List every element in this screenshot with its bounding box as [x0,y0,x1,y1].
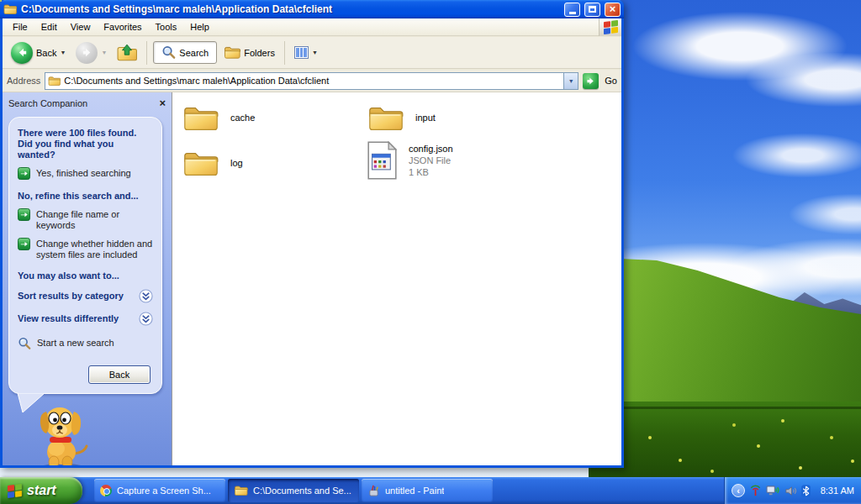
task-capture-screen[interactable]: Capture a Screen Sh... [94,479,225,502]
file-list-pane[interactable]: cache input log config.json JSON File 1 … [172,92,621,465]
back-dropdown-icon[interactable]: ▼ [60,50,66,55]
file-name: input [415,113,436,123]
task-explorer-active[interactable]: C:\Documents and Se... [228,479,359,502]
folder-icon [182,102,219,133]
close-button[interactable]: × [605,3,621,17]
menu-file[interactable]: File [6,19,34,34]
toolbar: Back ▼ ▼ Search Folders ▼ [3,37,621,69]
wireless-network-icon[interactable] [766,485,780,497]
search-companion-pane: Search Companion × There were 100 files … [3,92,172,465]
up-button[interactable] [114,42,140,64]
address-input[interactable] [64,76,560,86]
chevron-double-down-icon [139,312,153,326]
paint-icon [367,485,380,497]
screen: C:\Documents and Settings\marc maleh\App… [0,0,861,504]
back-button-label: Back [36,48,56,58]
menu-bar: File Edit View Favorites Tools Help [3,18,621,36]
go-arrow-icon [585,76,596,87]
file-tile-cache[interactable]: cache [182,102,255,133]
search-companion-title: Search Companion [8,98,87,108]
minimize-icon [569,12,576,14]
search-button[interactable]: Search [153,41,217,64]
task-paint[interactable]: untitled - Paint [362,479,493,502]
link-change-hidden[interactable]: Change whether hidden and system files a… [18,239,153,260]
folder-open-icon [3,3,17,15]
folder-open-icon [234,485,248,496]
task-buttons: Capture a Screen Sh... C:\Documents and … [94,479,493,502]
address-box[interactable]: ▼ [45,72,578,90]
views-icon [294,46,309,59]
search-back-button[interactable]: Back [88,365,151,384]
antenna-icon[interactable] [749,485,762,497]
file-tile-log[interactable]: log [182,148,243,178]
view-results-label: View results differently [18,313,134,324]
views-button[interactable]: ▼ [291,45,321,60]
window-content: Search Companion × There were 100 files … [3,92,621,465]
clock: 8:31 AM [821,486,854,496]
views-dropdown-icon[interactable]: ▼ [312,50,318,55]
file-tile-config-json[interactable]: config.json JSON File 1 KB [367,141,453,180]
back-button[interactable]: Back ▼ [8,40,69,66]
green-arrow-icon [18,167,30,180]
minimize-button[interactable] [564,3,580,17]
task-label: untitled - Paint [385,486,444,496]
folder-icon [48,76,61,87]
menu-favorites[interactable]: Favorites [97,19,148,34]
start-new-search-label: Start a new search [37,338,114,349]
go-button[interactable] [583,73,599,89]
link-change-name[interactable]: Change file name or keywords [18,209,153,231]
start-button[interactable]: start [0,477,82,504]
also-heading: You may also want to... [18,270,153,281]
task-label: C:\Documents and Se... [253,486,351,496]
address-bar: Address ▼ Go [3,70,621,92]
close-icon: × [610,3,616,14]
chevron-down-icon: ▼ [568,78,574,84]
maximize-button[interactable] [584,3,600,17]
forward-dropdown-icon: ▼ [101,50,107,55]
address-dropdown-button[interactable]: ▼ [563,73,578,89]
chevron-double-down-icon [139,289,153,303]
folder-icon [182,148,219,178]
collapse-chevron-icon[interactable]: ‹ [732,484,745,497]
sort-results-expander[interactable]: Sort results by category [18,289,153,303]
folders-button-label: Folders [244,48,275,58]
menu-edit[interactable]: Edit [34,19,64,34]
volume-icon[interactable] [784,485,797,497]
address-label: Address [7,76,40,86]
title-bar[interactable]: C:\Documents and Settings\marc maleh\App… [0,0,624,18]
view-results-expander[interactable]: View results differently [18,312,153,326]
bluetooth-icon[interactable] [801,485,811,497]
wallpaper-hill [589,252,861,420]
rover-dog-mascot[interactable] [28,402,93,465]
window-title: C:\Documents and Settings\marc maleh\App… [21,3,560,15]
start-new-search-link[interactable]: Start a new search [18,338,153,350]
menu-tools[interactable]: Tools [149,19,184,34]
results-heading: There were 100 files found. Did you find… [18,128,153,160]
explorer-window: C:\Documents and Settings\marc maleh\App… [0,0,624,468]
file-tile-input[interactable]: input [367,102,436,133]
menu-view[interactable]: View [64,19,98,34]
file-size: 1 KB [409,167,429,177]
wallpaper-path [589,407,861,409]
link-yes-finished-label: Yes, finished searching [36,168,131,179]
json-file-icon [367,141,398,180]
search-companion-bubble: There were 100 files found. Did you find… [8,117,162,394]
windows-flag-icon [8,483,22,497]
forward-button[interactable]: ▼ [72,40,110,66]
windows-logo [599,18,621,36]
file-name: log [230,158,243,168]
up-folder-icon [117,44,137,62]
wallpaper-grass [589,402,861,477]
link-yes-finished[interactable]: Yes, finished searching [18,168,153,180]
folders-icon [224,45,240,60]
file-name: cache [230,113,255,123]
search-back-label: Back [109,370,129,380]
taskbar: start Capture a Screen Sh... C:\Document… [0,477,861,504]
sort-results-label: Sort results by category [18,291,134,302]
search-button-label: Search [179,48,209,58]
start-button-label: start [27,483,56,498]
folders-button[interactable]: Folders [220,44,278,61]
menu-help[interactable]: Help [183,19,216,34]
file-kind: JSON File [409,155,451,165]
close-search-companion-button[interactable]: × [159,97,166,109]
